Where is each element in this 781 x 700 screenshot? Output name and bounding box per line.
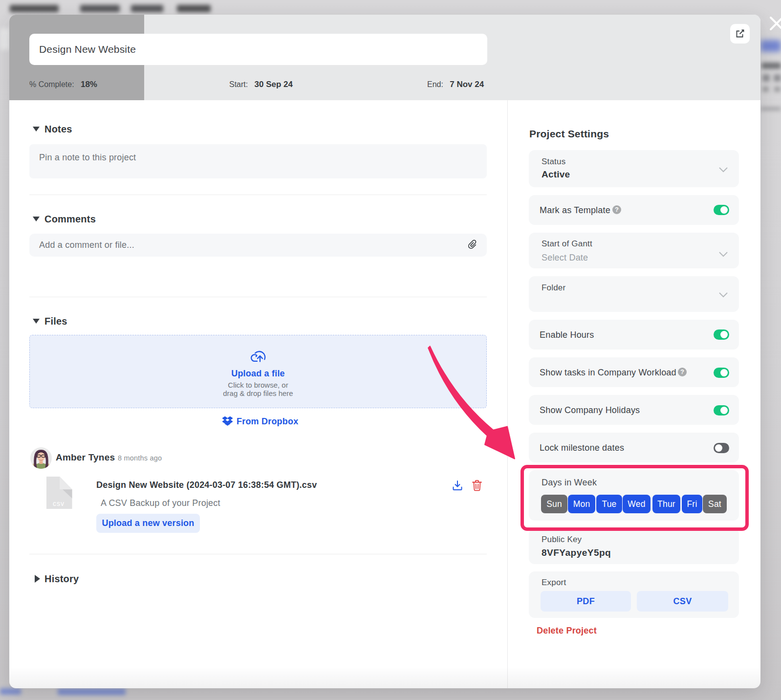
svg-text:csv: csv — [53, 500, 65, 507]
